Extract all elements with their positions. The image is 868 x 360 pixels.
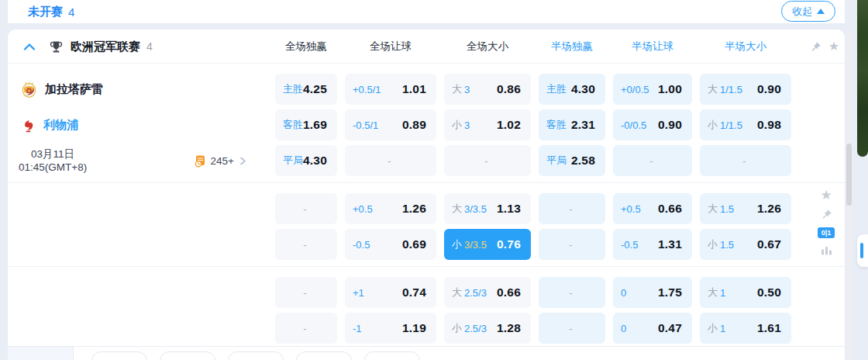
odds-cell[interactable]: 小31.02 (444, 109, 531, 140)
odds-label: -0/0.5 (621, 119, 646, 131)
odds-cell[interactable]: 01.75 (613, 277, 692, 308)
handicap-prefix: 小 (708, 118, 718, 132)
section-topbar: 未开赛 4 收起 (8, 0, 845, 23)
odds-cell[interactable]: 客胜1.69 (275, 109, 337, 140)
home-team-row[interactable]: 加拉塔萨雷 (8, 81, 103, 98)
odds-cell[interactable]: +10.74 (345, 277, 436, 308)
pill-button[interactable] (364, 351, 420, 360)
odds-cell[interactable]: 主胜4.25 (275, 74, 337, 105)
pill-button[interactable] (91, 351, 147, 360)
drag-handle (860, 243, 863, 258)
odds-cell[interactable]: -0/0.50.90 (613, 109, 692, 140)
odds-label: 主胜 (283, 82, 303, 96)
odds-cell[interactable]: +0.50.66 (613, 193, 692, 224)
handicap-line: 1 (720, 323, 725, 334)
odds-cell[interactable]: 小3/3.50.76 (444, 229, 531, 260)
pill-button[interactable] (160, 351, 215, 360)
odds-cell[interactable]: 大1.51.26 (700, 193, 791, 224)
league-count: 4 (146, 40, 153, 53)
odds-value: 0.90 (757, 82, 781, 96)
away-team-row[interactable]: 利物浦 (8, 118, 78, 133)
match-info-cell (8, 191, 267, 227)
odds-label: 0 (621, 323, 626, 334)
odds-cell[interactable]: 大10.50 (700, 277, 791, 308)
odds-cell[interactable]: 小11.61 (700, 313, 791, 344)
odds-cell: - (539, 229, 605, 260)
match-info-cell (8, 275, 267, 310)
odds-value: 1.00 (658, 82, 682, 96)
odds-value: 1.26 (757, 202, 781, 216)
odds-cell[interactable]: 客胜2.31 (539, 109, 605, 140)
odds-cell[interactable]: 平局2.58 (539, 145, 605, 176)
pushpin-icon[interactable] (810, 41, 822, 53)
odds-cell[interactable]: 小1.50.67 (700, 229, 791, 260)
odds-value: 4.25 (303, 82, 327, 96)
handicap-line: 3 (464, 84, 470, 95)
odds-cell[interactable]: +0.51.26 (345, 193, 436, 224)
column-header-ft-overunder: 全场大小 (444, 40, 531, 54)
odds-cell[interactable]: 00.47 (613, 313, 692, 344)
odds-cell: - (444, 145, 531, 176)
floating-widget-handle[interactable] (857, 234, 868, 267)
odds-value: 1.01 (402, 82, 426, 96)
pill-button[interactable] (296, 351, 352, 360)
odds-label: -0.5/1 (353, 119, 378, 131)
column-header-ht-1x2: 半场独赢 (539, 40, 605, 54)
odds-cell[interactable]: 主胜4.30 (539, 74, 605, 105)
handicap-line: 1/1.5 (720, 84, 742, 95)
league-cell: 欧洲冠军联赛 4 (8, 29, 267, 64)
more-markets-link[interactable]: 245+ (194, 154, 247, 168)
handicap-prefix: 小 (452, 237, 462, 251)
pitch-photo-edge (857, 0, 868, 157)
odds-cell[interactable]: +0/0.51.00 (613, 74, 692, 105)
odds-cell[interactable]: -0.50.69 (345, 229, 436, 260)
pushpin-icon[interactable] (821, 209, 832, 220)
odds-cell[interactable]: -0.51.31 (613, 229, 692, 260)
odds-value: 1.75 (658, 286, 682, 299)
odds-cell[interactable]: 小2.5/31.28 (444, 313, 531, 344)
odds-cell[interactable]: +0.5/11.01 (345, 74, 436, 105)
odds-groups: 加拉塔萨雷 主胜4.25+0.5/11.01大30.86主胜4.30+0/0.5… (8, 64, 845, 346)
odds-value: 0.90 (658, 118, 682, 132)
star-icon[interactable]: ★ (820, 189, 832, 202)
handicap-prefix: 大 (452, 82, 462, 96)
odds-cell[interactable]: 大1/1.50.90 (700, 74, 791, 105)
odds-cell: - (275, 193, 337, 224)
match-info-cell: 03月11日 01:45(GMT+8) 245+ (8, 143, 267, 178)
triangle-up-icon (817, 9, 825, 14)
odds-row: -+0.51.26大3/3.51.13-+0.50.66大1.51.26 (8, 191, 845, 227)
odds-cell[interactable]: 大30.86 (444, 74, 531, 105)
odds-label: +1 (353, 287, 364, 299)
odds-cell[interactable]: 平局4.30 (275, 145, 337, 176)
handicap-prefix: 小 (708, 237, 718, 251)
next-section-info-cell (8, 347, 74, 360)
odds-label: -1 (353, 323, 362, 334)
odds-cell: - (539, 277, 605, 308)
odds-value: 1.61 (757, 321, 781, 335)
odds-value: 0.76 (497, 237, 521, 251)
odds-cell[interactable]: 小1/1.50.98 (700, 109, 791, 140)
odds-label: 客胜 (283, 118, 303, 132)
odds-label: +0.5/1 (353, 84, 381, 95)
odds-cell[interactable]: 大3/3.51.13 (444, 193, 531, 224)
chevron-up-icon[interactable] (23, 43, 36, 51)
trophy-icon (49, 40, 64, 54)
odds-group: -+0.51.26大3/3.51.13-+0.50.66大1.51.26--0.… (8, 182, 845, 266)
pill-button[interactable] (228, 351, 284, 360)
handicap-prefix: 大 (452, 286, 462, 299)
star-icon[interactable]: ★ (828, 40, 839, 53)
odds-cell[interactable]: 大2.5/30.66 (444, 277, 531, 308)
column-header-ht-overunder: 半场大小 (700, 40, 791, 54)
odds-cell[interactable]: -11.19 (345, 313, 436, 344)
odds-cell: - (275, 277, 337, 308)
handicap-prefix: 小 (452, 321, 462, 335)
score-stats-badge[interactable]: 0|1 (818, 227, 835, 238)
match-time: 01:45(GMT+8) (19, 161, 87, 174)
league-card: 欧洲冠军联赛 4 全场独赢 全场让球 全场大小 半场独赢 半场让球 半场大小 ★ (8, 29, 845, 346)
match-info-cell (8, 310, 267, 346)
bar-chart-icon[interactable] (821, 245, 832, 255)
scrollbar-thumb[interactable] (846, 144, 852, 206)
odds-cell[interactable]: -0.5/10.89 (345, 109, 436, 140)
collapse-button[interactable]: 收起 (781, 1, 835, 22)
markets-count: 245+ (211, 155, 234, 167)
